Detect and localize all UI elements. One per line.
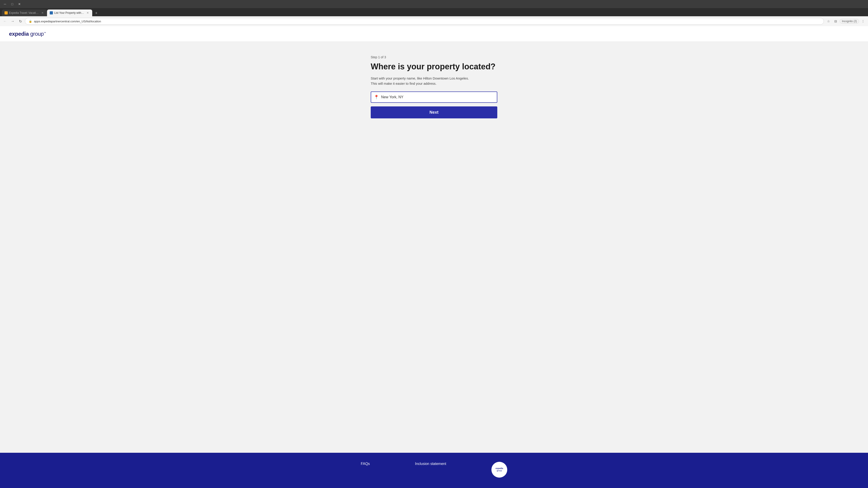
browser-chrome: ─ □ ✕ Expedia Travel: Vacation Home… ✕ L… [0, 0, 868, 26]
page-main: Step 1 of 3 Where is your property locat… [0, 42, 868, 453]
location-search-wrapper: 📍 [371, 92, 497, 103]
page-footer: FAQs Inclusion statement expediagroup [0, 453, 868, 488]
url-text: apps.expediapartnercentral.com/en_US/lis… [34, 20, 820, 23]
address-bar-row: ← → ↻ 🔒 apps.expediapartnercentral.com/e… [0, 16, 868, 26]
tab-bar: Expedia Travel: Vacation Home… ✕ List Yo… [0, 8, 868, 16]
close-window-button[interactable]: ✕ [16, 1, 23, 7]
address-bar[interactable]: 🔒 apps.expediapartnercentral.com/en_US/l… [25, 18, 824, 25]
maximize-button[interactable]: □ [9, 1, 16, 7]
tab-favicon [4, 11, 8, 14]
location-pin-icon: 📍 [374, 95, 379, 100]
minimize-button[interactable]: ─ [2, 1, 8, 7]
forward-button[interactable]: → [9, 18, 16, 24]
tab-label: List Your Property with Expedia… [54, 11, 85, 14]
footer-expedia-logo: expediagroup [491, 462, 507, 479]
tab-close-button[interactable]: ✕ [86, 11, 90, 15]
window-controls: ─ □ ✕ [2, 1, 23, 7]
browser-titlebar: ─ □ ✕ [0, 0, 868, 8]
sidebar-button[interactable]: ⊟ [833, 18, 839, 24]
tab-close-button[interactable]: ✕ [41, 11, 44, 15]
logo-text: expedia group™ [9, 31, 46, 37]
description-line2: This will make it easier to find your ad… [371, 82, 436, 86]
footer-logo-circle: expediagroup [491, 462, 507, 478]
reload-button[interactable]: ↻ [17, 18, 24, 24]
footer-logo-inner-text: expediagroup [495, 467, 503, 472]
bookmark-button[interactable]: ☆ [825, 18, 832, 24]
description-line1: Start with your property name, like Hilt… [371, 76, 469, 80]
step-label: Step 1 of 3 [371, 55, 497, 59]
incognito-badge[interactable]: Incognito (2) [840, 19, 859, 24]
page-title: Where is your property located? [371, 62, 497, 71]
tab-label: Expedia Travel: Vacation Home… [9, 11, 39, 14]
expedia-group-logo: expedia group™ [9, 31, 46, 37]
tab-expedia-travel[interactable]: Expedia Travel: Vacation Home… ✕ [2, 9, 47, 16]
menu-button[interactable]: ⋮ [860, 18, 866, 24]
tab-favicon [50, 11, 53, 14]
new-tab-button[interactable]: + [93, 10, 99, 16]
toolbar-right: ☆ ⊟ Incognito (2) ⋮ [825, 18, 866, 24]
inclusion-statement-link[interactable]: Inclusion statement [415, 462, 446, 466]
faqs-link[interactable]: FAQs [361, 462, 370, 466]
tab-list-property[interactable]: List Your Property with Expedia… ✕ [47, 9, 92, 16]
back-button[interactable]: ← [2, 18, 8, 24]
lock-icon: 🔒 [29, 20, 32, 23]
location-search-input[interactable] [371, 92, 497, 103]
page-description: Start with your property name, like Hilt… [371, 76, 497, 86]
page-header: expedia group™ [0, 26, 868, 42]
next-button[interactable]: Next [371, 106, 497, 119]
content-card: Step 1 of 3 Where is your property locat… [371, 55, 497, 439]
